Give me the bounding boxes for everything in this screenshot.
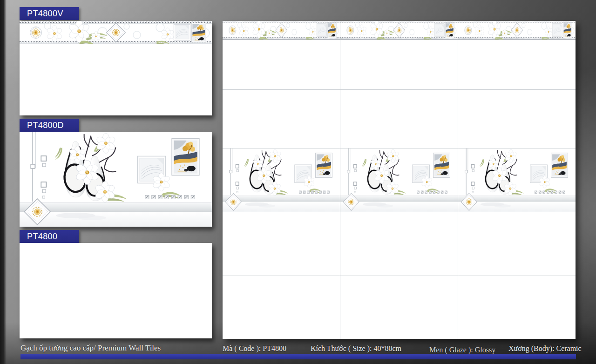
catalog-page: PT4800V PT4800D PT4800 xyxy=(0,0,596,364)
wall-plain-tile xyxy=(223,276,340,339)
tile-sample-pt4800 xyxy=(20,243,212,338)
product-code-label: PT4800V xyxy=(27,9,63,19)
left-dark-edge xyxy=(0,0,7,364)
wall-border-tile xyxy=(340,21,458,40)
wall-tile-grid xyxy=(223,21,576,339)
decor-tile-artwork xyxy=(20,132,212,227)
wall-decor-tile xyxy=(458,148,576,212)
footer-body-spec: Xương (Body): Ceramic xyxy=(508,344,582,353)
wall-plain-tile xyxy=(223,90,340,148)
product-code-label: PT4800 xyxy=(27,232,57,242)
footer-size-spec: Kích Thước ( Size ): 40*80cm xyxy=(311,344,401,353)
product-code-plaque-plain: PT4800 xyxy=(20,230,79,243)
wall-decor-tile xyxy=(340,148,458,212)
tile-sample-pt4800d xyxy=(20,132,212,227)
product-code-plaque-v: PT4800V xyxy=(20,7,79,20)
wall-plain-tile xyxy=(340,212,458,276)
border-strip-artwork xyxy=(20,21,212,44)
wall-plain-tile xyxy=(458,40,576,89)
footer-product-code: Mã ( Code ): PT4800 xyxy=(223,344,286,353)
wall-plain-tile xyxy=(458,276,576,339)
product-code-label: PT4800D xyxy=(27,121,64,130)
footer-accent-bar xyxy=(20,354,576,359)
wall-plain-tile xyxy=(340,40,458,89)
wall-mockup xyxy=(223,21,576,339)
tile-sample-pt4800v xyxy=(20,21,212,115)
wall-plain-tile xyxy=(223,212,340,276)
footer-glaze-spec: Men ( Glaze ): Glossy xyxy=(429,346,495,354)
wall-decor-tile xyxy=(223,148,340,212)
footer-tagline: Gạch ốp tường cao cấp/ Premium Wall Tile… xyxy=(20,344,161,353)
wall-plain-tile xyxy=(340,90,458,148)
wall-plain-tile xyxy=(458,212,576,276)
wall-border-tile xyxy=(458,21,576,40)
wall-plain-tile xyxy=(340,276,458,339)
wall-plain-tile xyxy=(458,90,576,148)
wall-plain-tile xyxy=(223,40,340,89)
product-code-plaque-d: PT4800D xyxy=(20,119,79,132)
wall-border-tile xyxy=(223,21,340,40)
